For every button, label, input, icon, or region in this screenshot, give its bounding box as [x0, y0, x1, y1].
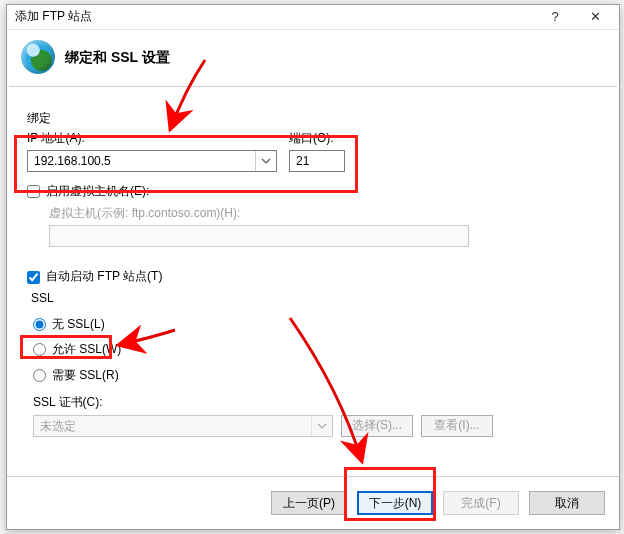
ssl-allow-row: 允许 SSL(W) — [33, 342, 599, 358]
ssl-cert-view-button: 查看(I)... — [421, 415, 493, 437]
ssl-cert-value: 未选定 — [33, 415, 333, 437]
dialog-header: 绑定和 SSL 设置 — [7, 30, 619, 86]
ssl-require-label: 需要 SSL(R) — [52, 368, 119, 384]
ip-field: IP 地址(A): — [27, 131, 277, 173]
autostart-row: 自动启动 FTP 站点(T) — [27, 269, 599, 285]
ip-input[interactable] — [27, 150, 277, 172]
chevron-down-icon — [311, 416, 332, 436]
dialog-window: 添加 FTP 站点 ? ✕ 绑定和 SSL 设置 绑定 IP 地址(A): — [6, 4, 620, 530]
globe-icon — [21, 40, 55, 74]
ssl-cert-label: SSL 证书(C): — [33, 395, 599, 411]
close-button[interactable]: ✕ — [575, 5, 615, 29]
vhost-host-input — [49, 225, 469, 247]
ssl-cert-select: 未选定 — [33, 415, 333, 437]
port-field: 端口(O): — [289, 131, 345, 173]
titlebar: 添加 FTP 站点 ? ✕ — [7, 5, 619, 30]
cancel-button[interactable]: 取消 — [529, 491, 605, 515]
vhost-enable-checkbox[interactable] — [27, 185, 40, 198]
autostart-label: 自动启动 FTP 站点(T) — [46, 269, 162, 285]
prev-button[interactable]: 上一页(P) — [271, 491, 347, 515]
ssl-allow-label: 允许 SSL(W) — [52, 342, 121, 358]
dialog-body: 绑定 IP 地址(A): 端口(O): — [7, 87, 619, 476]
ssl-section-label: SSL — [31, 291, 599, 307]
ip-port-row: IP 地址(A): 端口(O): — [27, 131, 599, 173]
page-title: 绑定和 SSL 设置 — [65, 48, 170, 66]
ip-combobox[interactable] — [27, 150, 277, 172]
ssl-none-row: 无 SSL(L) — [33, 317, 599, 333]
vhost-enable-label: 启用虚拟主机名(E): — [46, 184, 149, 200]
vhost-enable-row: 启用虚拟主机名(E): — [27, 184, 599, 200]
ssl-cert-select-button: 选择(S)... — [341, 415, 413, 437]
ssl-none-label: 无 SSL(L) — [52, 317, 105, 333]
binding-section-label: 绑定 — [27, 111, 603, 127]
ssl-cert-row: 未选定 选择(S)... 查看(I)... — [33, 415, 599, 437]
window-title: 添加 FTP 站点 — [15, 9, 535, 25]
ssl-require-radio[interactable] — [33, 369, 46, 382]
autostart-checkbox[interactable] — [27, 271, 40, 284]
ssl-allow-radio[interactable] — [33, 343, 46, 356]
port-label: 端口(O): — [289, 131, 345, 147]
port-input[interactable] — [289, 150, 345, 172]
ip-label: IP 地址(A): — [27, 131, 277, 147]
ssl-require-row: 需要 SSL(R) — [33, 368, 599, 384]
help-button[interactable]: ? — [535, 5, 575, 29]
ssl-group: SSL 无 SSL(L) 允许 SSL(W) 需要 SSL(R) SSL 证书(… — [27, 291, 599, 437]
next-button[interactable]: 下一步(N) — [357, 491, 433, 515]
ssl-none-radio[interactable] — [33, 318, 46, 331]
dialog-footer: 上一页(P) 下一步(N) 完成(F) 取消 — [7, 476, 619, 529]
finish-button: 完成(F) — [443, 491, 519, 515]
chevron-down-icon[interactable] — [255, 151, 276, 171]
vhost-host-label: 虚拟主机(示例: ftp.contoso.com)(H): — [49, 206, 599, 222]
